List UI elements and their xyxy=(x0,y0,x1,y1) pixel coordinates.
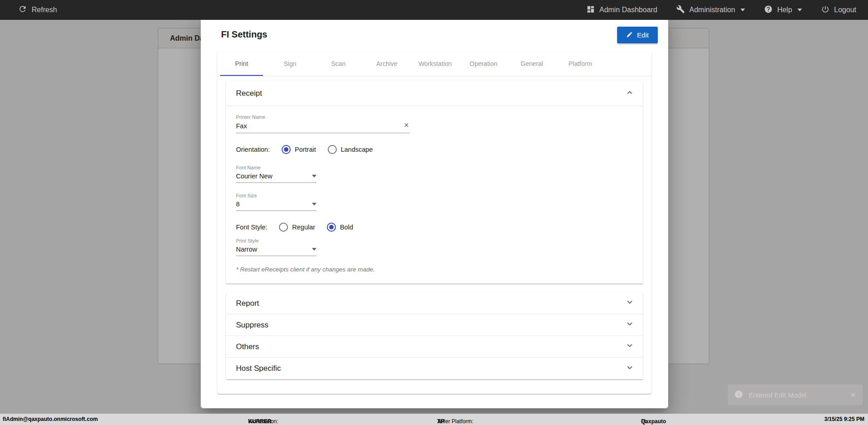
font-style-regular-option[interactable]: Regular xyxy=(279,223,315,232)
receipt-panel: Receipt Printer Name Fax Orientation: xyxy=(226,81,643,284)
receipt-panel-header[interactable]: Receipt xyxy=(226,81,643,106)
tab-platform[interactable]: Platform xyxy=(556,51,604,76)
logout-button[interactable]: Logout xyxy=(821,5,856,15)
tab-workstation[interactable]: Workstation xyxy=(411,51,459,76)
tab-sign[interactable]: Sign xyxy=(266,51,314,76)
admin-dashboard-label: Admin Dashboard xyxy=(599,6,657,14)
help-icon xyxy=(764,5,773,15)
settings-card: Print Sign Scan Archive Workstation Oper… xyxy=(217,51,651,394)
printer-name-field: Printer Name Fax xyxy=(236,114,633,133)
font-name-value: Courier New xyxy=(236,173,273,180)
radio-selected-icon[interactable] xyxy=(282,145,291,154)
font-name-select[interactable]: Courier New xyxy=(236,173,316,183)
refresh-icon xyxy=(18,5,27,15)
radio-selected-icon[interactable] xyxy=(327,223,336,232)
font-style-label: Font Style: xyxy=(236,224,267,231)
restart-note: * Restart eReceipts client if any change… xyxy=(236,266,633,273)
chevron-down-icon[interactable] xyxy=(625,297,635,309)
power-icon xyxy=(821,5,830,15)
font-style-bold-option[interactable]: Bold xyxy=(327,223,353,232)
chevron-down-icon xyxy=(797,9,802,11)
status-bar: fiAdmin@qaxpauto.onmicrosoft.com Worksta… xyxy=(0,414,868,425)
section-suppress[interactable]: Suppress xyxy=(226,314,643,336)
font-style-group: Font Style: Regular Bold xyxy=(236,223,633,232)
section-report-title: Report xyxy=(236,299,259,308)
accordion-area: Receipt Printer Name Fax Orientation: xyxy=(217,76,651,379)
dropdown-caret-icon[interactable] xyxy=(312,175,316,177)
print-style-value: Narrow xyxy=(236,246,257,253)
edit-button[interactable]: Edit xyxy=(617,27,658,43)
radio-unselected-icon[interactable] xyxy=(328,145,337,154)
toast-message: Entered Edit Model xyxy=(749,391,807,399)
section-suppress-title: Suppress xyxy=(236,321,269,330)
tab-operation[interactable]: Operation xyxy=(459,51,508,76)
printer-name-label: Printer Name xyxy=(236,114,633,120)
chevron-down-icon[interactable] xyxy=(625,341,635,353)
datetime: 3/15/25 9:25 PM xyxy=(824,416,864,422)
dashboard-icon xyxy=(586,5,595,15)
print-style-select[interactable]: Narrow xyxy=(236,246,316,256)
orientation-landscape-label: Landscape xyxy=(341,146,373,153)
chevron-up-icon[interactable] xyxy=(625,88,635,99)
font-size-value: 8 xyxy=(236,201,240,208)
administration-menu[interactable]: Administration xyxy=(676,5,745,15)
receipt-panel-body: Printer Name Fax Orientation: Portrait xyxy=(226,106,643,284)
section-report[interactable]: Report xyxy=(226,293,643,314)
chevron-down-icon[interactable] xyxy=(625,319,635,331)
edit-button-label: Edit xyxy=(637,31,649,39)
topbar: Refresh Admin Dashboard Administration H… xyxy=(0,0,868,20)
pencil-icon xyxy=(626,31,633,39)
refresh-label: Refresh xyxy=(32,6,57,14)
tab-general[interactable]: General xyxy=(508,51,556,76)
orientation-portrait-option[interactable]: Portrait xyxy=(282,145,316,154)
font-size-label: Font Size xyxy=(236,193,633,198)
orientation-portrait-label: Portrait xyxy=(295,146,316,153)
section-others[interactable]: Others xyxy=(226,336,643,358)
section-others-title: Others xyxy=(236,342,259,351)
refresh-button[interactable]: Refresh xyxy=(18,5,57,15)
orientation-group: Orientation: Portrait Landscape xyxy=(236,145,633,154)
wrench-icon xyxy=(676,5,685,15)
tab-archive[interactable]: Archive xyxy=(363,51,411,76)
font-name-field: Font Name Courier New xyxy=(236,165,633,183)
toast-notification: Entered Edit Model ✕ xyxy=(728,384,863,405)
section-host-specific-title: Host Specific xyxy=(236,364,281,373)
print-style-label: Print Style xyxy=(236,238,633,243)
help-label: Help xyxy=(777,6,792,14)
orientation-label: Orientation: xyxy=(236,146,270,153)
tab-scan[interactable]: Scan xyxy=(314,51,363,76)
font-style-bold-label: Bold xyxy=(340,224,353,231)
teller-platform-value: XP xyxy=(437,418,444,425)
radio-unselected-icon[interactable] xyxy=(279,223,288,232)
logged-in-user: fiAdmin@qaxpauto.onmicrosoft.com xyxy=(3,416,98,422)
fi-value: Qaxpauto xyxy=(641,418,666,425)
clear-icon[interactable] xyxy=(403,122,410,130)
tab-bar: Print Sign Scan Archive Workstation Oper… xyxy=(217,51,651,76)
section-host-specific[interactable]: Host Specific xyxy=(226,358,643,379)
chevron-down-icon xyxy=(741,9,745,11)
fi-settings-modal: FI Settings Edit Print Sign Scan Archive… xyxy=(201,17,668,408)
admin-dashboard-button[interactable]: Admin Dashboard xyxy=(586,5,657,15)
chevron-down-icon[interactable] xyxy=(625,363,635,375)
workstation-value: KURRER xyxy=(248,418,271,425)
collapsed-sections: Report Suppress Others Host Specific xyxy=(226,293,643,379)
logout-label: Logout xyxy=(834,6,856,14)
printer-name-value: Fax xyxy=(236,122,247,130)
receipt-panel-title: Receipt xyxy=(236,89,262,98)
font-style-regular-label: Regular xyxy=(292,224,315,231)
toast-close-icon[interactable]: ✕ xyxy=(850,391,856,399)
font-name-label: Font Name xyxy=(236,165,633,170)
printer-name-input[interactable]: Fax xyxy=(236,122,410,133)
font-size-select[interactable]: 8 xyxy=(236,201,316,211)
modal-title: FI Settings xyxy=(221,29,267,40)
help-menu[interactable]: Help xyxy=(764,5,802,15)
orientation-landscape-option[interactable]: Landscape xyxy=(328,145,373,154)
tab-print[interactable]: Print xyxy=(217,51,266,76)
info-icon xyxy=(734,390,743,400)
print-style-field: Print Style Narrow xyxy=(236,238,633,256)
dropdown-caret-icon[interactable] xyxy=(312,248,316,251)
administration-label: Administration xyxy=(689,6,735,14)
dropdown-caret-icon[interactable] xyxy=(312,203,316,205)
font-size-field: Font Size 8 xyxy=(236,193,633,211)
